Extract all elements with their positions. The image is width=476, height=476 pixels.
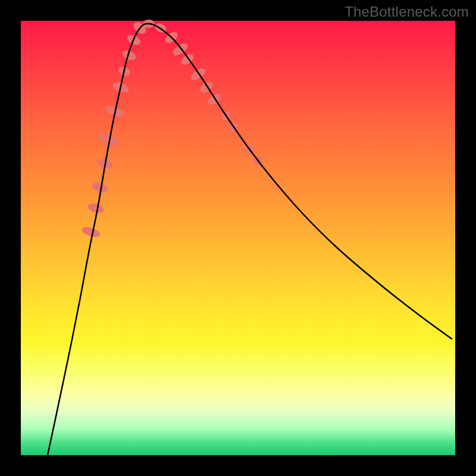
curve-marker bbox=[206, 92, 223, 107]
curve-marker bbox=[198, 80, 215, 95]
chart-svg bbox=[21, 21, 455, 455]
curve-marker bbox=[189, 66, 207, 82]
curve-marker bbox=[81, 225, 102, 239]
chart-frame: TheBottleneck.com bbox=[0, 0, 476, 476]
markers-group bbox=[81, 20, 264, 239]
watermark-text: TheBottleneck.com bbox=[345, 4, 469, 20]
bottleneck-curve bbox=[48, 24, 452, 455]
plot-area bbox=[21, 21, 455, 455]
curve-marker bbox=[87, 202, 105, 215]
